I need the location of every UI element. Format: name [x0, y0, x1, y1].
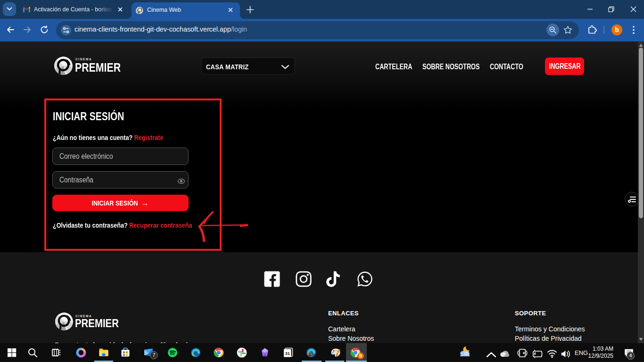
svg-text:31: 31 — [285, 351, 290, 356]
